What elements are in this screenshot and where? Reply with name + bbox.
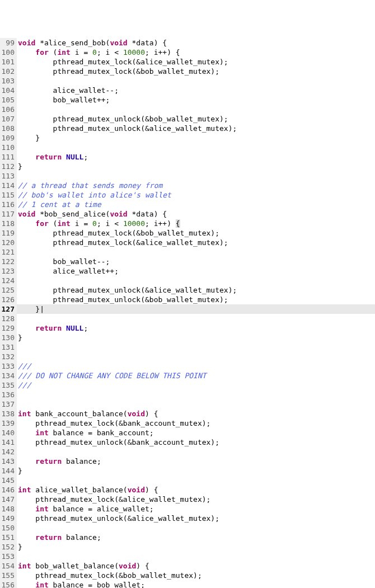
code-line[interactable]: 110 [0,143,375,152]
code-content[interactable]: /// [17,361,375,371]
code-content[interactable]: int balance = bob_wallet; [17,580,375,588]
code-content[interactable]: // 1 cent at a time [17,200,375,209]
code-line[interactable]: 117void *bob_send_alice(void *data) { [0,209,375,219]
code-line[interactable]: 130} [0,333,375,342]
code-line[interactable]: 123 alice_wallet++; [0,266,375,276]
code-content[interactable] [17,314,375,323]
code-line[interactable]: 147 pthread_mutex_lock(&alice_wallet_mut… [0,495,375,504]
code-line[interactable]: 122 bob_wallet--; [0,257,375,266]
code-line[interactable]: 100 for (int i = 0; i < 10000; i++) { [0,48,375,57]
code-content[interactable]: }| [17,304,375,314]
code-line[interactable]: 109 } [0,133,375,143]
code-line[interactable]: 121 [0,247,375,257]
code-line[interactable]: 150 [0,523,375,533]
code-content[interactable]: pthread_mutex_lock(&alice_wallet_mutex); [17,57,375,67]
code-content[interactable]: int alice_wallet_balance(void) { [17,485,375,495]
code-line[interactable]: 101 pthread_mutex_lock(&alice_wallet_mut… [0,57,375,67]
code-content[interactable] [17,247,375,257]
code-line[interactable]: 140 int balance = bank_account; [0,428,375,438]
code-line[interactable]: 139 pthread_mutex_lock(&bank_account_mut… [0,418,375,428]
code-content[interactable]: return NULL; [17,152,375,162]
code-content[interactable]: alice_wallet++; [17,266,375,276]
code-line[interactable]: 114// a thread that sends money from [0,181,375,190]
code-content[interactable]: return balance; [17,533,375,542]
code-content[interactable]: /// DO NOT CHANGE ANY CODE BELOW THIS PO… [17,371,375,380]
code-content[interactable] [17,352,375,361]
code-line[interactable]: 108 pthread_mutex_unlock(&alice_wallet_m… [0,124,375,133]
code-content[interactable]: bob_wallet++; [17,95,375,105]
code-line[interactable]: 131 [0,342,375,352]
code-line[interactable]: 118 for (int i = 0; i < 10000; i++) { [0,219,375,228]
code-line[interactable]: 99void *alice_send_bob(void *data) { [0,38,375,48]
code-content[interactable] [17,76,375,86]
code-content[interactable] [17,390,375,399]
code-content[interactable] [17,276,375,285]
code-line[interactable]: 129 return NULL; [0,323,375,333]
code-line[interactable]: 151 return balance; [0,533,375,542]
code-content[interactable] [17,399,375,409]
code-line[interactable]: 144} [0,466,375,476]
code-content[interactable]: pthread_mutex_unlock(&alice_wallet_mutex… [17,514,375,523]
code-content[interactable]: return NULL; [17,323,375,333]
code-content[interactable]: alice_wallet--; [17,86,375,95]
code-content[interactable]: // bob's wallet into alice's wallet [17,190,375,200]
code-line[interactable]: 124 [0,276,375,285]
code-content[interactable] [17,105,375,114]
code-line[interactable]: 107 pthread_mutex_unlock(&bob_wallet_mut… [0,114,375,124]
code-content[interactable]: bob_wallet--; [17,257,375,266]
code-line[interactable]: 145 [0,476,375,485]
code-content[interactable]: for (int i = 0; i < 10000; i++) { [17,219,375,228]
code-content[interactable]: for (int i = 0; i < 10000; i++) { [17,48,375,57]
code-line[interactable]: 112} [0,162,375,171]
code-content[interactable] [17,523,375,533]
code-content[interactable]: pthread_mutex_lock(&alice_wallet_mutex); [17,495,375,504]
code-editor[interactable]: 99void *alice_send_bob(void *data) {100 … [0,38,375,588]
code-content[interactable] [17,342,375,352]
code-content[interactable]: int balance = bank_account; [17,428,375,438]
code-line[interactable]: 153 [0,552,375,561]
code-line[interactable]: 156 int balance = bob_wallet; [0,580,375,588]
code-content[interactable]: } [17,542,375,552]
code-line[interactable]: 128 [0,314,375,323]
code-line[interactable]: 111 return NULL; [0,152,375,162]
code-content[interactable]: pthread_mutex_unlock(&alice_wallet_mutex… [17,285,375,295]
code-line[interactable]: 154int bob_wallet_balance(void) { [0,561,375,571]
code-content[interactable]: return balance; [17,457,375,466]
code-line[interactable]: 142 [0,447,375,457]
code-line[interactable]: 104 alice_wallet--; [0,86,375,95]
code-line[interactable]: 149 pthread_mutex_unlock(&alice_wallet_m… [0,514,375,523]
code-line[interactable]: 103 [0,76,375,86]
code-content[interactable]: pthread_mutex_lock(&alice_wallet_mutex); [17,238,375,247]
code-content[interactable] [17,447,375,457]
code-line[interactable]: 155 pthread_mutex_lock(&bob_wallet_mutex… [0,571,375,580]
code-line[interactable]: 113 [0,171,375,181]
code-line[interactable]: 132 [0,352,375,361]
code-content[interactable] [17,476,375,485]
code-line[interactable]: 120 pthread_mutex_lock(&alice_wallet_mut… [0,238,375,247]
code-content[interactable]: pthread_mutex_lock(&bank_account_mutex); [17,418,375,428]
code-line[interactable]: 148 int balance = alice_wallet; [0,504,375,514]
code-line[interactable]: 133/// [0,361,375,371]
code-content[interactable]: } [17,162,375,171]
code-line[interactable]: 134/// DO NOT CHANGE ANY CODE BELOW THIS… [0,371,375,380]
code-content[interactable]: } [17,466,375,476]
code-content[interactable]: int bank_account_balance(void) { [17,409,375,418]
code-line[interactable]: 126 pthread_mutex_unlock(&bob_wallet_mut… [0,295,375,304]
code-content[interactable]: pthread_mutex_lock(&bob_wallet_mutex); [17,228,375,238]
code-content[interactable]: int bob_wallet_balance(void) { [17,561,375,571]
code-line[interactable]: 102 pthread_mutex_lock(&bob_wallet_mutex… [0,67,375,76]
code-line[interactable]: 146int alice_wallet_balance(void) { [0,485,375,495]
code-content[interactable]: pthread_mutex_unlock(&bob_wallet_mutex); [17,114,375,124]
code-content[interactable] [17,171,375,181]
code-content[interactable] [17,143,375,152]
code-line[interactable]: 136 [0,390,375,399]
code-line[interactable]: 152} [0,542,375,552]
code-line[interactable]: 137 [0,399,375,409]
code-line[interactable]: 138int bank_account_balance(void) { [0,409,375,418]
code-content[interactable]: pthread_mutex_lock(&bob_wallet_mutex); [17,571,375,580]
code-content[interactable]: int balance = alice_wallet; [17,504,375,514]
code-line[interactable]: 141 pthread_mutex_unlock(&bank_account_m… [0,438,375,447]
code-line[interactable]: 125 pthread_mutex_unlock(&alice_wallet_m… [0,285,375,295]
code-content[interactable]: void *bob_send_alice(void *data) { [17,209,375,219]
code-content[interactable]: void *alice_send_bob(void *data) { [17,38,375,48]
